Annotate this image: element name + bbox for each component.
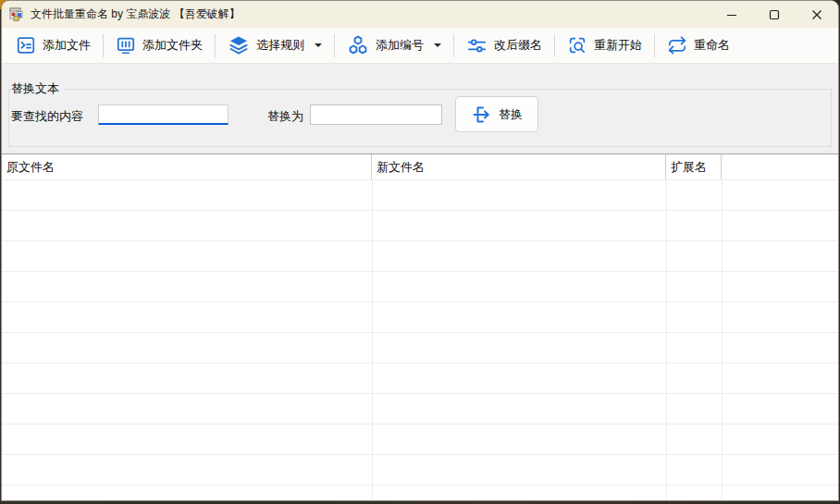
table-row[interactable]	[2, 333, 838, 363]
replace-icon	[471, 104, 493, 126]
minimize-icon	[726, 9, 737, 20]
window-title: 文件批量重命名 by 宝鼎波波 【吾爱破解】	[31, 6, 241, 22]
table-row[interactable]	[2, 394, 838, 424]
close-button[interactable]	[796, 1, 838, 28]
restart-icon	[567, 35, 587, 55]
titlebar: 文件批量重命名 by 宝鼎波波 【吾爱破解】	[2, 1, 838, 28]
toolbar-separator	[554, 34, 555, 57]
dropdown-caret-icon	[315, 43, 322, 47]
toolbar-separator	[654, 34, 655, 57]
table-row[interactable]	[2, 211, 838, 241]
column-header-extension[interactable]: 扩展名	[666, 154, 722, 179]
rename-icon	[667, 35, 687, 55]
table-row[interactable]	[2, 241, 838, 272]
grid-column-line	[372, 180, 373, 500]
toolbar-separator	[215, 34, 216, 57]
rename-button[interactable]: 重命名	[658, 31, 739, 60]
find-input[interactable]	[98, 104, 229, 125]
table-row[interactable]	[2, 272, 838, 302]
table-row[interactable]	[2, 363, 838, 394]
replace-text-panel: 替换文本 要查找的内容 替换为 替换	[2, 64, 838, 154]
minimize-button[interactable]	[710, 1, 753, 28]
change-extension-label: 改后缀名	[494, 37, 542, 54]
rename-label: 重命名	[694, 37, 730, 54]
add-folder-label: 添加文件夹	[142, 37, 203, 54]
file-table-header: 原文件名 新文件名 扩展名	[2, 154, 838, 180]
maximize-button[interactable]	[753, 1, 796, 28]
change-extension-icon	[466, 35, 488, 56]
add-file-icon	[16, 35, 36, 55]
toolbar-separator	[453, 34, 454, 57]
restart-button[interactable]: 重新开始	[558, 31, 651, 60]
table-row[interactable]	[2, 302, 838, 333]
maximize-icon	[769, 9, 780, 20]
replace-button[interactable]: 替换	[455, 96, 538, 132]
grid-column-line	[666, 180, 667, 500]
replace-groupbox-title: 替换文本	[11, 80, 64, 97]
app-icon	[9, 7, 24, 22]
add-file-label: 添加文件	[43, 37, 91, 54]
replace-button-label: 替换	[499, 106, 523, 123]
change-extension-button[interactable]: 改后缀名	[457, 31, 551, 60]
table-row[interactable]	[2, 486, 838, 500]
caption-controls	[710, 1, 838, 28]
close-icon	[811, 9, 822, 20]
replace-with-label: 替换为	[267, 108, 303, 125]
add-number-icon	[347, 34, 369, 56]
find-label: 要查找的内容	[11, 108, 83, 125]
select-rule-icon	[228, 34, 250, 56]
add-folder-icon	[116, 35, 136, 55]
add-number-label: 添加编号	[376, 37, 424, 54]
dropdown-caret-icon	[434, 43, 441, 47]
replace-with-input[interactable]	[310, 104, 442, 125]
toolbar-separator	[103, 34, 104, 57]
add-file-button[interactable]: 添加文件	[6, 31, 100, 60]
add-folder-button[interactable]: 添加文件夹	[106, 31, 212, 60]
column-header-new-name[interactable]: 新文件名	[372, 154, 666, 179]
table-row[interactable]	[2, 424, 838, 455]
grid-column-line	[722, 180, 723, 500]
column-header-original-name[interactable]: 原文件名	[2, 154, 372, 179]
select-rule-button[interactable]: 选择规则	[218, 31, 331, 60]
table-row[interactable]	[2, 455, 838, 486]
table-row[interactable]	[2, 180, 838, 211]
file-table: 原文件名 新文件名 扩展名	[2, 154, 838, 500]
toolbar: 添加文件 添加文件夹 选择规则	[2, 28, 838, 64]
app-window: 文件批量重命名 by 宝鼎波波 【吾爱破解】 添加文件	[2, 1, 838, 500]
toolbar-separator	[334, 34, 335, 57]
select-rule-label: 选择规则	[256, 37, 304, 54]
file-table-body[interactable]	[2, 180, 838, 500]
restart-label: 重新开始	[594, 37, 642, 54]
add-number-button[interactable]: 添加编号	[338, 31, 451, 60]
